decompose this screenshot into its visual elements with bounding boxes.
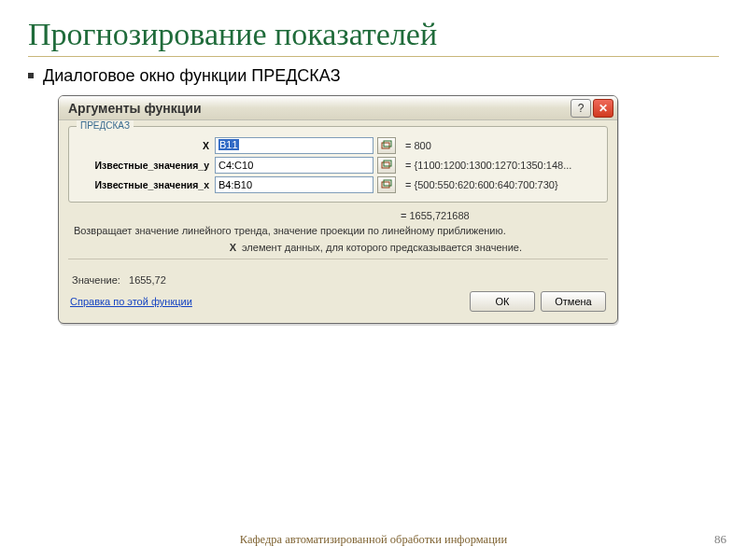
cancel-button[interactable]: Отмена bbox=[541, 291, 606, 312]
function-description: Возвращает значение линейного тренда, зн… bbox=[74, 225, 602, 236]
argument-row: Известные_значения_x = {500:550:620:600:… bbox=[77, 176, 599, 193]
argument-label: X bbox=[77, 140, 215, 151]
ok-button[interactable]: ОК bbox=[470, 291, 535, 312]
overall-result: = 1655,721688 bbox=[74, 210, 602, 221]
svg-rect-0 bbox=[382, 143, 389, 148]
svg-rect-5 bbox=[384, 180, 391, 186]
svg-rect-1 bbox=[384, 141, 391, 147]
argument-known-y-input[interactable] bbox=[215, 157, 374, 174]
svg-rect-3 bbox=[384, 161, 391, 166]
function-arguments-dialog: Аргументы функции ? ✕ ПРЕДСКАЗ X B11 = 8… bbox=[58, 95, 618, 324]
dialog-title: Аргументы функции bbox=[68, 101, 569, 116]
title-underline bbox=[28, 56, 719, 57]
range-picker-icon[interactable] bbox=[377, 176, 396, 193]
current-arg-label: X bbox=[74, 242, 242, 253]
argument-result: = {500:550:620:600:640:700:730} bbox=[405, 179, 558, 190]
function-name: ПРЕДСКАЗ bbox=[77, 120, 134, 131]
argument-input-text: B11 bbox=[218, 139, 239, 150]
slide-bullet: Диалоговое окно функции ПРЕДСКАЗ bbox=[0, 64, 747, 95]
current-arg-text: элемент данных, для которого предсказыва… bbox=[242, 242, 602, 253]
argument-row: Известные_значения_y = {1100:1200:1300:1… bbox=[77, 157, 599, 174]
value-row: Значение: 1655,72 bbox=[72, 267, 166, 287]
argument-row: X B11 = 800 bbox=[77, 137, 599, 154]
argument-result: = 800 bbox=[405, 140, 431, 151]
dialog-titlebar[interactable]: Аргументы функции ? ✕ bbox=[59, 96, 617, 120]
dialog-body: ПРЕДСКАЗ X B11 = 800 Известные_значения_… bbox=[59, 120, 617, 323]
argument-label: Известные_значения_y bbox=[77, 160, 215, 171]
argument-x-input[interactable]: B11 bbox=[215, 137, 374, 154]
current-argument-description: X элемент данных, для которого предсказы… bbox=[74, 242, 602, 253]
help-button[interactable]: ? bbox=[571, 99, 591, 118]
slide-title: Прогнозирование показателей bbox=[0, 0, 747, 56]
dialog-footer: Значение: 1655,72 bbox=[68, 259, 608, 291]
argument-known-x-input[interactable] bbox=[215, 176, 374, 193]
close-button[interactable]: ✕ bbox=[593, 99, 613, 118]
svg-rect-2 bbox=[382, 162, 389, 168]
arguments-fieldset: ПРЕДСКАЗ X B11 = 800 Известные_значения_… bbox=[68, 126, 608, 203]
range-picker-icon[interactable] bbox=[377, 157, 396, 174]
argument-result: = {1100:1200:1300:1270:1350:148... bbox=[405, 160, 571, 171]
slide-page-number: 86 bbox=[714, 532, 726, 547]
slide-footer: Кафедра автоматизированной обработки инф… bbox=[0, 533, 747, 547]
description-block: = 1655,721688 Возвращает значение линейн… bbox=[68, 206, 608, 255]
help-link[interactable]: Справка по этой функции bbox=[70, 296, 192, 307]
value-label: Значение: bbox=[72, 274, 120, 286]
range-picker-icon[interactable] bbox=[377, 137, 396, 154]
argument-label: Известные_значения_x bbox=[77, 179, 215, 190]
svg-rect-4 bbox=[382, 182, 389, 188]
value-number: 1655,72 bbox=[129, 274, 166, 286]
